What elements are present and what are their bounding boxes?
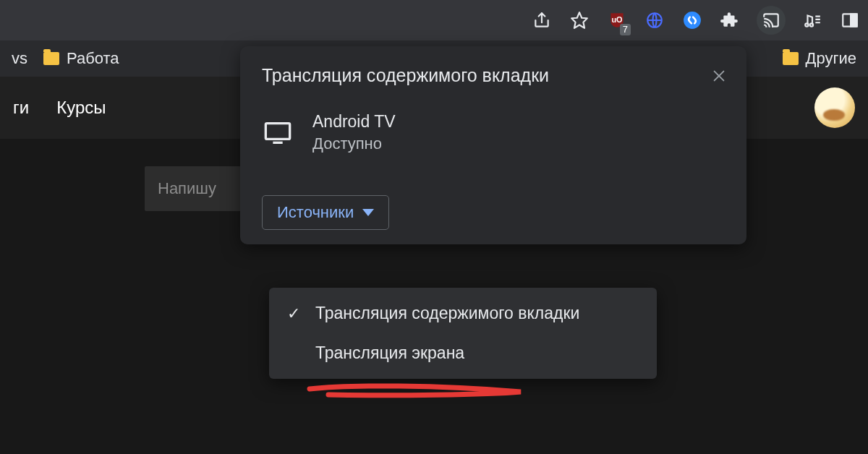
globe-icon[interactable] — [644, 9, 665, 31]
sidepanel-icon[interactable] — [839, 9, 861, 31]
cast-device-row[interactable]: Android TV Доступно — [240, 99, 746, 160]
ublock-badge: 7 — [620, 24, 631, 35]
menu-item-label: Трансляция содержимого вкладки — [315, 304, 579, 323]
star-icon[interactable] — [569, 9, 590, 31]
folder-icon — [43, 52, 59, 65]
sources-button[interactable]: Источники — [262, 195, 389, 230]
chevron-down-icon — [362, 209, 374, 216]
bookmark-folder-work[interactable]: Работа — [43, 49, 119, 68]
sources-menu: ✓ Трансляция содержимого вкладки Трансля… — [269, 288, 657, 379]
svg-rect-8 — [265, 123, 289, 139]
svg-text:uO: uO — [611, 15, 622, 24]
compose-placeholder: Напишу — [158, 179, 216, 198]
bookmark-folder-other[interactable]: Другие — [783, 49, 856, 68]
menu-item-label: Трансляция экрана — [315, 343, 464, 363]
extensions-icon[interactable] — [719, 9, 741, 31]
tv-icon — [262, 121, 294, 145]
svg-point-3 — [684, 12, 701, 29]
bookmark-partial[interactable]: vs — [12, 49, 27, 68]
avatar[interactable] — [814, 87, 855, 128]
svg-rect-7 — [851, 14, 857, 26]
media-control-icon[interactable] — [801, 9, 823, 31]
share-icon[interactable] — [531, 9, 553, 31]
nav-item-courses[interactable]: Курсы — [56, 98, 106, 118]
bookmark-label: Работа — [67, 49, 119, 68]
nav-item-partial[interactable]: ги — [13, 98, 29, 118]
svg-marker-0 — [571, 12, 587, 28]
shazam-icon[interactable] — [681, 9, 703, 31]
folder-icon — [783, 52, 799, 65]
menu-item-cast-tab[interactable]: ✓ Трансляция содержимого вкладки — [269, 294, 657, 333]
check-icon: ✓ — [285, 304, 302, 323]
close-button[interactable] — [709, 66, 729, 86]
cast-icon[interactable] — [757, 6, 786, 35]
cast-title: Трансляция содержимого вкладки — [262, 65, 549, 86]
device-name: Android TV — [312, 112, 396, 132]
compose-box[interactable]: Напишу — [145, 166, 246, 211]
menu-item-cast-screen[interactable]: Трансляция экрана — [269, 333, 657, 373]
sources-label: Источники — [277, 203, 354, 222]
ublock-icon[interactable]: uO 7 — [606, 9, 628, 31]
bookmark-label: Другие — [806, 49, 856, 68]
browser-toolbar: uO 7 — [0, 0, 868, 40]
cast-popup: Трансляция содержимого вкладки Android T… — [240, 46, 746, 244]
device-status: Доступно — [312, 134, 396, 153]
